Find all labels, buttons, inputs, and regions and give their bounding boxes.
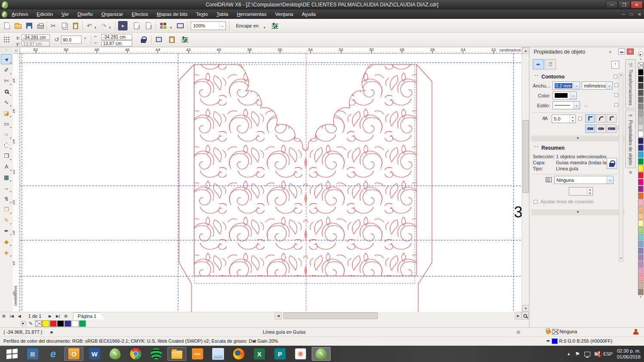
vertical-scrollbar[interactable]: ▲ ▼ xyxy=(522,47,529,312)
corner-round-button[interactable] xyxy=(596,114,606,123)
corner-bevel-button[interactable] xyxy=(607,114,617,123)
scroll-down-button[interactable]: ▼ xyxy=(522,305,529,312)
crop-tool[interactable]: ✄ xyxy=(1,75,12,86)
cut-button[interactable]: ✂ xyxy=(48,21,58,31)
docker-scrollbar[interactable]: ∧∨ xyxy=(619,73,623,262)
docpalette-swatch-#000000[interactable] xyxy=(57,320,64,327)
menu-organizar[interactable]: Organizar xyxy=(97,9,128,19)
palette-swatch-#009245[interactable] xyxy=(638,158,644,165)
vertical-ruler[interactable]: centímetros 2826242220181614 xyxy=(13,54,20,312)
resumen-expander[interactable]: ▼ xyxy=(531,209,625,215)
options-button[interactable] xyxy=(270,21,280,31)
rectangle-tool[interactable]: ▭ xyxy=(1,118,12,129)
palette-swatch-#fcee21[interactable] xyxy=(638,165,644,172)
color-checkbox[interactable] xyxy=(614,93,618,97)
vertical-scroll-thumb[interactable] xyxy=(522,120,529,193)
menu-archivo[interactable]: Archivo xyxy=(7,9,32,19)
palette-swatch-#7da7d8[interactable] xyxy=(638,241,644,247)
palette-flyout-button[interactable]: ▶ xyxy=(638,51,643,57)
doc-restore-button[interactable]: □ xyxy=(630,12,633,17)
palette-swatch-#29abe2[interactable] xyxy=(638,151,644,158)
eyedropper-icon[interactable]: ✎ xyxy=(29,321,33,326)
network-icon[interactable] xyxy=(584,352,590,356)
smart-fill-tool[interactable]: ◪ xyxy=(1,108,12,118)
cap-round-button[interactable] xyxy=(596,124,606,133)
fit-combo[interactable]: Encajar en xyxy=(232,21,263,31)
palette-swatch-#ed1c24[interactable] xyxy=(638,172,644,179)
notes-button[interactable] xyxy=(167,34,177,45)
docpalette-swatch-#ffffff[interactable] xyxy=(72,320,79,327)
palette-swatch-#000000[interactable] xyxy=(638,69,644,76)
ruler-handle[interactable]: ⁘ xyxy=(0,47,13,54)
redo-dropdown[interactable]: ▾ xyxy=(107,21,112,31)
outline-style-combo[interactable]: ⌄ xyxy=(553,101,580,109)
zoom-level-combo[interactable]: 100%⌄ xyxy=(191,21,226,30)
eyedropper-tool[interactable]: ✎ xyxy=(1,215,12,225)
copy-button[interactable] xyxy=(59,21,70,31)
doc-minimize-button[interactable]: ─ xyxy=(622,12,625,17)
volume-muted-icon[interactable] xyxy=(595,352,597,356)
tab-propiedades-de-objeto[interactable]: ✑ Propiedades de objeto xyxy=(625,110,636,168)
miter-checkbox[interactable] xyxy=(578,117,582,121)
mirror-button[interactable] xyxy=(154,34,164,45)
fullscreen-preview-button[interactable] xyxy=(175,21,185,31)
docker-tab-outline[interactable]: ✒ xyxy=(533,59,544,69)
menu-texto[interactable]: Texto xyxy=(192,9,213,19)
palette-swatch-#998675[interactable] xyxy=(638,289,644,296)
last-page-button[interactable]: ▶| xyxy=(54,314,62,318)
palette-swatch-#ec008c[interactable] xyxy=(638,179,644,186)
palette-swatch-#c7b299[interactable] xyxy=(638,282,644,289)
ellipse-tool[interactable]: ○ xyxy=(1,129,12,139)
doc-close-button[interactable]: ✕ xyxy=(638,12,641,17)
rotation-field[interactable]: 90.0 xyxy=(61,36,82,44)
quick-zoom-button[interactable] xyxy=(522,312,529,320)
new-document-button[interactable] xyxy=(2,21,12,31)
palette-swatch-#7accc8[interactable] xyxy=(638,234,644,241)
connector-checkbox[interactable] xyxy=(534,200,538,204)
shape-tool[interactable]: ✐ xyxy=(1,65,12,75)
palette-swatch-#898989[interactable] xyxy=(638,103,644,110)
cap-square-button[interactable] xyxy=(607,124,617,133)
docpalette-swatch-#ed1c24[interactable] xyxy=(50,320,57,327)
palette-swatch-#f8b1c4[interactable] xyxy=(638,199,644,206)
scroll-left-button[interactable]: ◀ xyxy=(275,312,282,320)
y-position-field[interactable]: 13.97 cm xyxy=(21,41,50,46)
docker-close-button[interactable]: ✕ xyxy=(627,48,634,54)
fit-dropdown[interactable]: ▾ xyxy=(262,21,267,31)
menu-ver[interactable]: Ver xyxy=(57,9,73,19)
style-checkbox[interactable] xyxy=(614,103,618,107)
palette-swatch-#bd8cbf[interactable] xyxy=(638,261,644,268)
app-settings[interactable]: ▤ xyxy=(23,347,42,361)
blend-tool[interactable]: ❐ xyxy=(1,204,12,214)
app-file-explorer[interactable] xyxy=(167,347,186,361)
paste-button[interactable] xyxy=(70,21,81,31)
docker-pin-button[interactable]: ⤒ xyxy=(611,61,619,69)
outline-units-combo[interactable]: milímetros⌄ xyxy=(582,81,613,90)
table-tool[interactable]: ▦ xyxy=(1,172,12,182)
docpalette-swatch-#2e3192[interactable] xyxy=(64,320,71,327)
user-profile-icon[interactable] xyxy=(633,329,638,335)
add-page-start-button[interactable]: ⊞ xyxy=(0,314,8,318)
resumen-collapse-icon[interactable]: ⌃⌃ xyxy=(534,146,538,150)
menu-herramientas[interactable]: Herramientas xyxy=(233,9,271,19)
palette-swatch-#fdc689[interactable] xyxy=(638,213,644,220)
app-internet-explorer[interactable]: e xyxy=(44,347,63,361)
palette-swatch-#8781bd[interactable] xyxy=(638,247,644,254)
palette-swatch-#f5999e[interactable] xyxy=(638,275,644,282)
palette-swatch-#a186be[interactable] xyxy=(638,254,644,261)
palette-swatch-#1d1d1b[interactable] xyxy=(638,76,644,83)
x-position-field[interactable]: -34.281 cm xyxy=(21,34,50,40)
app-publisher[interactable]: P xyxy=(270,347,289,361)
dimension-tool[interactable]: ↔ xyxy=(1,183,12,193)
connector-tool[interactable]: ↯ xyxy=(1,193,12,204)
undo-dropdown[interactable]: ▾ xyxy=(93,21,98,31)
docker-tab-summary[interactable]: ⍰ xyxy=(545,59,556,69)
palette-swatch-#a3a3a2[interactable] xyxy=(638,110,644,117)
docker-tabs-close-icon[interactable]: ✕ xyxy=(625,170,636,175)
palette-swatch-none[interactable] xyxy=(638,62,644,69)
add-page-end-button[interactable]: ⊞ xyxy=(62,314,70,318)
palette-swatch-#f26522[interactable] xyxy=(638,193,644,199)
palette-swatch-#2e3192[interactable] xyxy=(638,145,644,151)
palette-swatch-#262262[interactable] xyxy=(638,138,644,145)
app-excel[interactable]: X xyxy=(250,347,269,361)
